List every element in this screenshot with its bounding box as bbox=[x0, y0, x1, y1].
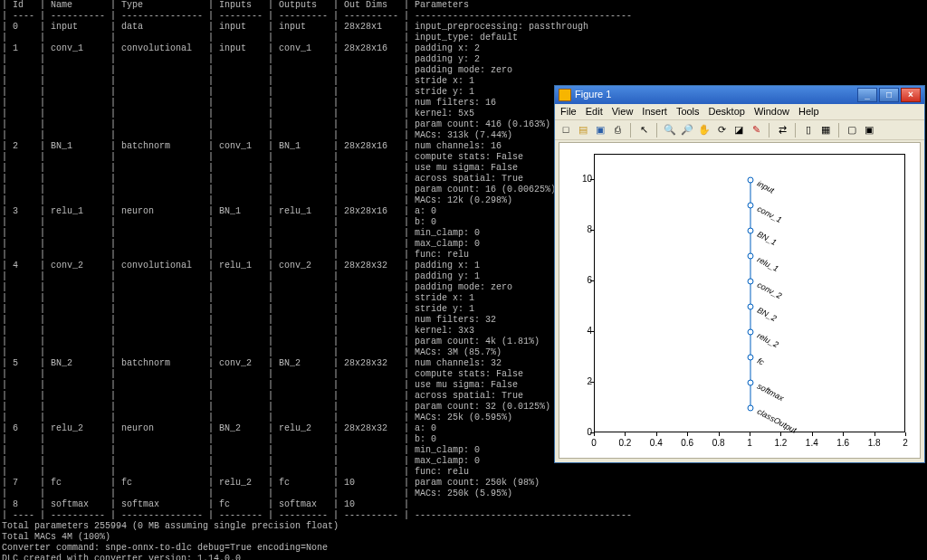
axes[interactable]: inputconv_1BN_1relu_1conv_2BN_2relu_2fcs… bbox=[594, 154, 905, 432]
link-icon[interactable]: ⇄ bbox=[775, 123, 789, 138]
matlab-figure-icon bbox=[559, 89, 571, 101]
plot-area[interactable]: inputconv_1BN_1relu_1conv_2BN_2relu_2fcs… bbox=[559, 142, 921, 459]
menu-tools[interactable]: Tools bbox=[676, 106, 700, 118]
graph-node[interactable] bbox=[748, 304, 754, 310]
datatip-icon[interactable]: ◪ bbox=[731, 123, 746, 138]
hide-toolbar-icon[interactable]: ▢ bbox=[845, 123, 859, 138]
graph-node-label: softmax bbox=[755, 382, 785, 403]
graph-node-label: relu_2 bbox=[755, 331, 779, 350]
maximize-button[interactable]: □ bbox=[879, 88, 899, 102]
figure-toolbar[interactable]: □ ▤ ▣ ⎙ ↖ 🔍 🔎 ✋ ⟳ ◪ ✎ ⇄ ▯ ▦ ▢ ▣ bbox=[555, 120, 924, 140]
graph-node[interactable] bbox=[748, 177, 754, 184]
legend-icon[interactable]: ▦ bbox=[818, 123, 833, 138]
graph-node-label: input bbox=[755, 179, 775, 196]
graph-node[interactable] bbox=[748, 203, 754, 209]
menu-insert[interactable]: Insert bbox=[642, 106, 667, 118]
graph-node-label: BN_1 bbox=[755, 230, 778, 248]
menu-window[interactable]: Window bbox=[754, 106, 789, 118]
colorbar-icon[interactable]: ▯ bbox=[801, 123, 816, 138]
menu-desktop[interactable]: Desktop bbox=[709, 106, 745, 118]
zoom-in-icon[interactable]: 🔍 bbox=[663, 123, 677, 138]
graph-node-label: fc bbox=[755, 356, 765, 368]
print-icon[interactable]: ⎙ bbox=[610, 123, 625, 138]
brush-icon[interactable]: ✎ bbox=[749, 123, 763, 138]
menu-view[interactable]: View bbox=[612, 106, 634, 118]
graph-node[interactable] bbox=[748, 228, 754, 234]
graph-node[interactable] bbox=[748, 380, 754, 386]
close-button[interactable]: × bbox=[901, 88, 921, 102]
graph-node-label: relu_1 bbox=[755, 255, 779, 274]
graph-node-label: conv_2 bbox=[755, 280, 783, 301]
menu-bar[interactable]: FileEditViewInsertToolsDesktopWindowHelp bbox=[555, 104, 924, 120]
graph-node-label: classOutput bbox=[755, 407, 798, 436]
menu-help[interactable]: Help bbox=[798, 106, 819, 118]
titlebar[interactable]: Figure 1 _ □ × bbox=[555, 86, 924, 104]
save-icon[interactable]: ▣ bbox=[593, 123, 607, 138]
graph-node[interactable] bbox=[748, 405, 754, 412]
pan-icon[interactable]: ✋ bbox=[697, 123, 712, 138]
graph-node[interactable] bbox=[748, 279, 754, 285]
rotate-icon[interactable]: ⟳ bbox=[714, 123, 729, 138]
graph-node[interactable] bbox=[748, 329, 754, 336]
menu-file[interactable]: File bbox=[560, 106, 577, 118]
minimize-button[interactable]: _ bbox=[857, 88, 877, 102]
window-title: Figure 1 bbox=[575, 89, 611, 100]
new-icon[interactable]: □ bbox=[559, 123, 573, 138]
figure-window[interactable]: Figure 1 _ □ × FileEditViewInsertToolsDe… bbox=[554, 85, 925, 463]
pointer-icon[interactable]: ↖ bbox=[636, 123, 651, 138]
zoom-out-icon[interactable]: 🔎 bbox=[680, 123, 694, 138]
graph-node[interactable] bbox=[748, 355, 754, 361]
dock-icon[interactable]: ▣ bbox=[862, 123, 876, 138]
graph-node[interactable] bbox=[748, 253, 754, 260]
graph-node-label: BN_2 bbox=[755, 306, 778, 324]
open-icon[interactable]: ▤ bbox=[576, 123, 590, 138]
graph-node-label: conv_1 bbox=[755, 204, 783, 225]
menu-edit[interactable]: Edit bbox=[586, 106, 603, 118]
